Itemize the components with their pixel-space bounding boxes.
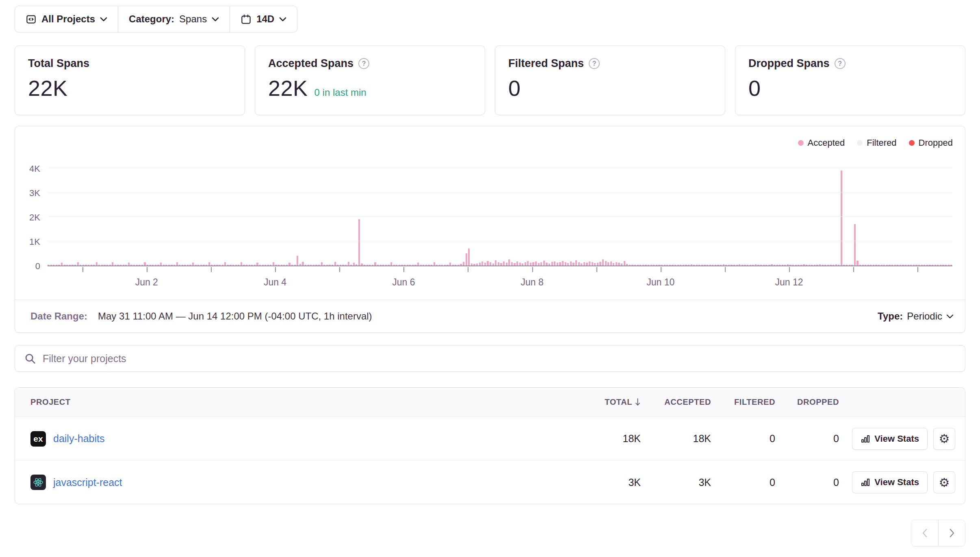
accepted-bar — [677, 265, 679, 266]
accepted-bar — [841, 171, 842, 266]
accepted-bar — [589, 261, 590, 266]
project-filter-dropdown[interactable]: All Projects — [15, 6, 118, 32]
accepted-bar — [460, 264, 462, 266]
gear-icon: ⚙ — [939, 475, 950, 490]
accepted-bar — [318, 265, 320, 266]
legend-item-filtered[interactable]: Filtered — [857, 138, 896, 148]
accepted-bar — [468, 248, 470, 266]
accepted-bar — [305, 265, 306, 266]
accepted-bar — [436, 265, 438, 266]
column-header-total[interactable]: TOTAL — [572, 397, 641, 407]
column-header-filtered[interactable]: FILTERED — [711, 397, 775, 407]
accepted-bar — [399, 265, 400, 266]
x-axis-label: Jun 12 — [775, 277, 803, 288]
search-input[interactable] — [43, 353, 956, 365]
accepted-bar — [950, 265, 952, 266]
card-filtered-spans: Filtered Spans ? 0 — [495, 45, 725, 115]
accepted-bar — [642, 265, 644, 266]
accepted-bar — [350, 265, 352, 266]
card-title: Total Spans — [28, 57, 89, 70]
accepted-bar — [270, 265, 271, 266]
help-icon[interactable]: ? — [589, 58, 600, 69]
project-link[interactable]: daily-habits — [53, 433, 104, 445]
accepted-bar — [262, 265, 264, 266]
accepted-bar — [900, 265, 901, 266]
accepted-bar — [811, 265, 813, 266]
accepted-bar — [123, 265, 124, 266]
projects-icon — [26, 14, 37, 25]
accepted-bar — [859, 265, 861, 266]
accepted-bar — [428, 265, 429, 266]
project-search — [15, 345, 965, 372]
column-header-accepted[interactable]: ACCEPTED — [641, 397, 711, 407]
accepted-bar — [516, 261, 518, 266]
column-header-project[interactable]: PROJECT — [30, 397, 572, 407]
accepted-bar — [117, 265, 119, 266]
column-header-dropped[interactable]: DROPPED — [775, 397, 839, 407]
accepted-bar — [273, 262, 274, 266]
accepted-bar — [669, 265, 671, 266]
help-icon[interactable]: ? — [358, 58, 369, 69]
accepted-bar — [873, 265, 874, 266]
accepted-bar — [592, 262, 593, 266]
accepted-bar — [104, 265, 105, 266]
category-value: Spans — [179, 13, 207, 25]
project-settings-button[interactable]: ⚙ — [933, 471, 955, 493]
type-dropdown[interactable]: Type: Periodic — [878, 311, 954, 322]
accepted-bar — [683, 265, 684, 266]
accepted-bar — [136, 265, 138, 266]
accepted-bar — [616, 262, 617, 266]
accepted-bar — [130, 265, 132, 266]
accepted-bar — [490, 262, 491, 266]
view-stats-button[interactable]: View Stats — [852, 471, 928, 493]
accepted-bar — [605, 261, 607, 266]
filter-bar: All Projects Category: Spans 14D — [15, 6, 297, 32]
project-settings-button[interactable]: ⚙ — [933, 428, 955, 450]
accepted-bar — [74, 265, 76, 266]
view-stats-button[interactable]: View Stats — [852, 428, 928, 450]
accepted-bar — [342, 265, 344, 266]
accepted-bar — [439, 265, 440, 266]
card-title: Accepted Spans — [268, 57, 353, 70]
date-range-dropdown[interactable]: 14D — [230, 6, 297, 32]
accepted-bar — [792, 265, 794, 266]
accepted-bar — [723, 264, 724, 266]
accepted-bar — [819, 264, 821, 266]
next-page-button[interactable] — [938, 520, 965, 546]
card-dropped-spans: Dropped Spans ? 0 — [735, 45, 965, 115]
accepted-bar — [720, 265, 722, 266]
legend-item-dropped[interactable]: Dropped — [909, 138, 953, 148]
accepted-bar — [709, 265, 711, 266]
date-range-value: 14D — [256, 13, 274, 25]
accepted-bar — [192, 263, 194, 266]
accepted-bar — [575, 260, 577, 266]
accepted-bar — [650, 265, 652, 266]
accepted-bar — [570, 261, 572, 266]
project-link[interactable]: javascript-react — [53, 477, 122, 488]
category-filter-dropdown[interactable]: Category: Spans — [118, 6, 230, 32]
x-axis-tick — [275, 267, 276, 272]
accepted-bar — [755, 264, 757, 266]
accepted-bar — [915, 265, 917, 266]
accepted-bar — [334, 262, 336, 266]
accepted-bar — [286, 265, 288, 266]
accepted-bar — [838, 265, 839, 266]
accepted-bar — [736, 265, 738, 266]
accepted-bar — [165, 265, 167, 266]
accepted-bar — [843, 265, 845, 266]
accepted-bar — [412, 265, 414, 266]
accepted-bar — [348, 262, 349, 266]
accepted-bar — [688, 265, 689, 266]
legend-item-accepted[interactable]: Accepted — [798, 138, 845, 148]
accepted-bar — [747, 265, 748, 266]
accepted-bar — [648, 265, 649, 266]
accepted-bar — [728, 265, 730, 266]
help-icon[interactable]: ? — [835, 58, 846, 69]
x-axis-tick — [917, 267, 918, 272]
accepted-bar — [232, 265, 234, 266]
accepted-bar — [476, 263, 478, 266]
previous-page-button[interactable] — [911, 520, 938, 546]
accepted-bar — [514, 263, 515, 266]
accepted-bar — [824, 265, 826, 266]
accepted-bar — [881, 265, 882, 266]
